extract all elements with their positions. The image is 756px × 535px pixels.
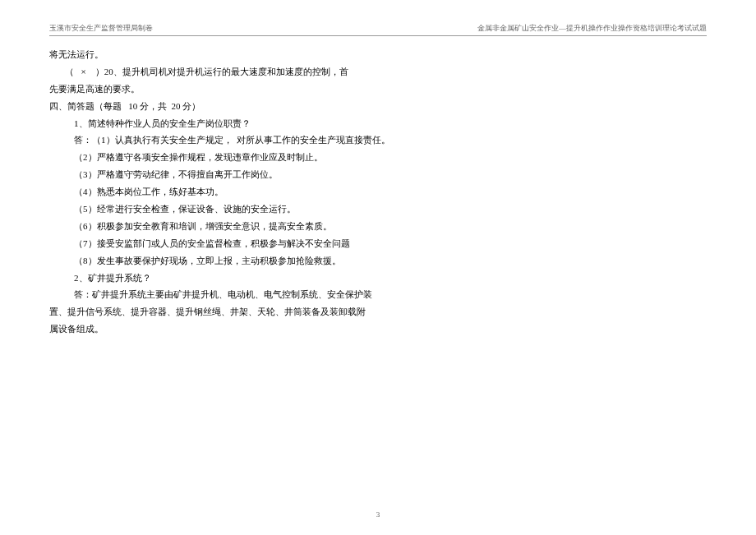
text-line: 先要满足高速的要求。 [49, 81, 707, 98]
page-number: 3 [0, 510, 756, 519]
question-line: 1、简述特种作业人员的安全生产岗位职责？ [49, 115, 707, 132]
header-right: 金属非金属矿山安全作业—提升机操作作业操作资格培训理论考试试题 [477, 23, 707, 34]
answer-line: 答：矿井提升系统主要由矿井提升机、电动机、电气控制系统、安全保护装 [49, 286, 707, 303]
answer-line: （5）经常进行安全检查，保证设备、设施的安全运行。 [49, 201, 707, 218]
header-divider [49, 35, 707, 36]
answer-line: （3）严格遵守劳动纪律，不得擅自离开工作岗位。 [49, 166, 707, 183]
text-line: （ × ）20、提升机司机对提升机运行的最大速度和加速度的控制，首 [49, 63, 707, 81]
answer-line: （6）积极参加安全教育和培训，增强安全意识，提高安全素质。 [49, 218, 707, 235]
section-title: 四、简答题（每题 10 分，共 20 分） [49, 98, 707, 115]
page-header: 玉溪市安全生产监督管理局制卷 金属非金属矿山安全作业—提升机操作作业操作资格培训… [49, 23, 707, 34]
document-content: 将无法运行。 （ × ）20、提升机司机对提升机运行的最大速度和加速度的控制，首… [49, 46, 707, 338]
document-page: 玉溪市安全生产监督管理局制卷 金属非金属矿山安全作业—提升机操作作业操作资格培训… [0, 0, 756, 535]
answer-line: （2）严格遵守各项安全操作规程，发现违章作业应及时制止。 [49, 149, 707, 166]
text-line: 将无法运行。 [49, 46, 707, 63]
question-line: 2、矿井提升系统？ [49, 270, 707, 287]
answer-line: 属设备组成。 [49, 321, 707, 338]
answer-line: （8）发生事故要保护好现场，立即上报，主动积极参加抢险救援。 [49, 252, 707, 270]
answer-line: （7）接受安监部门或人员的安全监督检查，积极参与解决不安全问题 [49, 235, 707, 252]
answer-line: 置、提升信号系统、提升容器、提升钢丝绳、井架、天轮、井筒装备及装卸载附 [49, 303, 707, 321]
answer-line: （4）熟悉本岗位工作，练好基本功。 [49, 183, 707, 201]
header-left: 玉溪市安全生产监督管理局制卷 [49, 23, 153, 34]
answer-line: 答：（1）认真执行有关安全生产规定， 对所从事工作的安全生产现直接责任。 [49, 131, 707, 149]
